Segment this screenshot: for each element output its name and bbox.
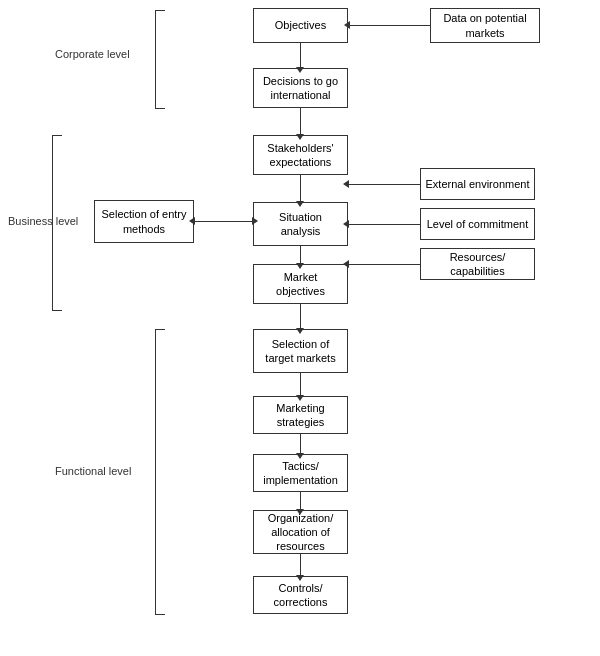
functional-bracket-bot xyxy=(155,614,165,615)
business-level-label: Business level xyxy=(8,215,78,227)
data-markets-box: Data on potential markets xyxy=(430,8,540,43)
tactics-label: Tactics/ implementation xyxy=(258,459,343,488)
arrow-obj-dec xyxy=(300,43,301,68)
market-objectives-label: Market objectives xyxy=(258,270,343,299)
arrow-org-ctrl xyxy=(300,554,301,576)
business-bracket-bot xyxy=(52,310,62,311)
arrow-tact-org xyxy=(300,492,301,510)
decisions-label: Decisions to go international xyxy=(258,74,343,103)
tactics-box: Tactics/ implementation xyxy=(253,454,348,492)
situation-analysis-box: Situation analysis xyxy=(253,202,348,246)
corporate-level-label: Corporate level xyxy=(55,48,130,60)
arrow-sit-mkt xyxy=(300,246,301,264)
arrow-ext-sit xyxy=(348,184,420,185)
organization-label: Organization/ allocation of resources xyxy=(258,511,343,554)
level-commitment-box: Level of commitment xyxy=(420,208,535,240)
controls-box: Controls/ corrections xyxy=(253,576,348,614)
arrow-res-sit xyxy=(348,264,420,265)
selection-target-label: Selection of target markets xyxy=(258,337,343,366)
marketing-strategies-box: Marketing strategies xyxy=(253,396,348,434)
objectives-label: Objectives xyxy=(275,18,326,32)
resources-box: Resources/ capabilities xyxy=(420,248,535,280)
selection-target-box: Selection of target markets xyxy=(253,329,348,373)
arrow-mktst-tact xyxy=(300,434,301,454)
functional-level-label: Functional level xyxy=(55,465,131,477)
functional-bracket-vert xyxy=(155,329,156,614)
arrow-mkt-sel xyxy=(300,304,301,329)
arrow-sel-mktst xyxy=(300,373,301,396)
external-env-label: External environment xyxy=(426,177,530,191)
market-objectives-box: Market objectives xyxy=(253,264,348,304)
functional-bracket-top xyxy=(155,329,165,330)
stakeholders-box: Stakeholders' expectations xyxy=(253,135,348,175)
stakeholders-label: Stakeholders' expectations xyxy=(258,141,343,170)
external-env-box: External environment xyxy=(420,168,535,200)
selection-entry-box: Selection of entry methods xyxy=(94,200,194,243)
arrow-dec-stak xyxy=(300,108,301,135)
arrow-data-obj xyxy=(349,25,430,26)
arrow-entry-sit xyxy=(194,221,253,222)
arrow-commit-sit xyxy=(348,224,420,225)
level-commitment-label: Level of commitment xyxy=(427,217,528,231)
controls-label: Controls/ corrections xyxy=(258,581,343,610)
organization-box: Organization/ allocation of resources xyxy=(253,510,348,554)
selection-entry-label: Selection of entry methods xyxy=(99,207,189,236)
corporate-bracket-bot xyxy=(155,108,165,109)
arrow-stak-sit xyxy=(300,175,301,202)
situation-analysis-label: Situation analysis xyxy=(258,210,343,239)
objectives-box: Objectives xyxy=(253,8,348,43)
corporate-bracket-top xyxy=(155,10,165,11)
business-bracket-top xyxy=(52,135,62,136)
corporate-bracket-vert xyxy=(155,10,156,108)
decisions-box: Decisions to go international xyxy=(253,68,348,108)
data-markets-label: Data on potential markets xyxy=(435,11,535,40)
diagram: Objectives Data on potential markets Dec… xyxy=(0,0,600,656)
resources-label: Resources/ capabilities xyxy=(425,250,530,279)
marketing-strategies-label: Marketing strategies xyxy=(258,401,343,430)
